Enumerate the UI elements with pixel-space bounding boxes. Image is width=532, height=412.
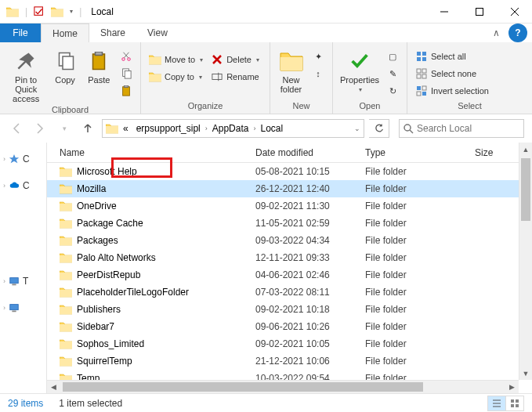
select-all-button[interactable]: Select all <box>414 49 490 64</box>
file-type: File folder <box>360 183 470 194</box>
copy-path-button[interactable] <box>118 66 134 81</box>
address-folder-icon <box>106 123 118 134</box>
file-tab[interactable]: File <box>0 23 41 42</box>
scroll-up-icon[interactable]: ▲ <box>519 143 532 156</box>
file-row[interactable]: PeerDistRepub04-06-2021 02:46File folder <box>47 266 532 284</box>
horizontal-scrollbar[interactable]: ◀ ▶ <box>47 380 519 393</box>
new-folder-icon <box>279 49 304 74</box>
file-row[interactable]: Sophos_Limited09-02-2021 10:05File folde… <box>47 335 532 352</box>
chevron-right-icon[interactable]: › <box>253 125 255 132</box>
new-folder-button[interactable]: New folder <box>277 45 306 94</box>
refresh-button[interactable] <box>369 119 389 138</box>
scroll-right-icon[interactable]: ▶ <box>505 381 519 393</box>
qat-folder2-icon[interactable] <box>51 6 63 17</box>
breadcrumb-seg2[interactable]: AppData <box>209 123 252 134</box>
forward-button[interactable] <box>31 119 50 138</box>
invert-selection-button[interactable]: Invert selection <box>414 83 490 99</box>
column-type[interactable]: Type <box>360 147 470 158</box>
address-bar[interactable]: « erpsupport_sipl › AppData › Local ⌄ <box>102 119 364 138</box>
cut-button[interactable] <box>118 49 134 64</box>
breadcrumb-ellipsis[interactable]: « <box>120 123 132 134</box>
folder-icon <box>60 287 72 298</box>
view-tab[interactable]: View <box>136 23 179 42</box>
pin-to-quick-access-button[interactable]: Pin to Quick access <box>6 45 45 103</box>
history-button[interactable]: ↻ <box>385 83 400 99</box>
minimize-button[interactable] <box>426 0 461 23</box>
file-row[interactable]: PlaceholderTileLogoFolder07-03-2022 08:1… <box>47 284 532 301</box>
paste-shortcut-button[interactable] <box>118 83 134 99</box>
folder-icon <box>60 356 72 367</box>
navpane-this-pc[interactable]: ›T <box>3 273 43 290</box>
file-type: File folder <box>360 287 470 298</box>
close-button[interactable] <box>497 0 532 23</box>
help-icon[interactable]: ? <box>508 23 527 42</box>
chevron-right-icon[interactable]: › <box>205 125 208 132</box>
file-row[interactable]: Publishers09-02-2021 10:18File folder <box>47 301 532 318</box>
file-date: 04-06-2021 02:46 <box>251 269 360 280</box>
pin-icon <box>13 49 38 74</box>
qat-divider2: | <box>79 6 81 17</box>
file-row[interactable]: SquirrelTemp21-12-2021 10:06File folder <box>47 352 532 370</box>
navpane-onedrive[interactable]: ›C <box>3 177 43 194</box>
home-tab[interactable]: Home <box>41 23 89 42</box>
file-name: SquirrelTemp <box>77 356 132 367</box>
file-row[interactable]: Palo Alto Networks12-11-2021 09:33File f… <box>47 249 532 266</box>
scroll-thumb[interactable] <box>521 158 530 221</box>
up-button[interactable] <box>78 119 97 138</box>
delete-button[interactable]: Delete▾ <box>209 52 261 67</box>
move-to-button[interactable]: Move to▾ <box>147 52 204 67</box>
copy-button[interactable]: Copy <box>50 45 79 85</box>
select-none-button[interactable]: Select none <box>414 66 490 81</box>
easy-access-icon: ↕ <box>312 67 324 80</box>
file-row[interactable]: OneDrive09-02-2021 11:30File folder <box>47 197 532 215</box>
navigation-pane[interactable]: ›C ›C ›T › <box>0 143 47 393</box>
breadcrumb-seg3[interactable]: Local <box>257 123 286 134</box>
column-name[interactable]: Name <box>55 147 251 158</box>
share-tab[interactable]: Share <box>89 23 136 42</box>
file-row[interactable]: Package Cache11-05-2021 02:59File folder <box>47 215 532 232</box>
search-box[interactable] <box>399 119 524 138</box>
file-row[interactable]: Sidebar709-06-2021 10:26File folder <box>47 318 532 335</box>
file-row[interactable]: Microsoft Help05-08-2021 10:15File folde… <box>47 163 532 180</box>
file-date: 26-12-2021 12:40 <box>251 183 360 194</box>
breadcrumb-seg1[interactable]: erpsupport_sipl <box>133 123 204 134</box>
cut-icon <box>120 50 132 63</box>
file-row[interactable]: Mozilla26-12-2021 12:40File folder <box>47 180 532 197</box>
column-date[interactable]: Date modified <box>251 147 360 158</box>
details-view-button[interactable] <box>487 396 506 411</box>
navpane-network[interactable]: › <box>3 299 43 316</box>
address-dropdown-icon[interactable]: ⌄ <box>354 125 360 132</box>
edit-button[interactable]: ✎ <box>385 66 400 81</box>
file-type: File folder <box>360 338 470 349</box>
qat-properties-icon[interactable] <box>34 6 45 17</box>
file-row[interactable]: Packages09-03-2022 04:34File folder <box>47 232 532 249</box>
vertical-scrollbar[interactable]: ▲ ▼ <box>519 143 532 380</box>
open-button[interactable]: ▢ <box>385 49 400 64</box>
hscroll-thumb[interactable] <box>63 382 423 392</box>
maximize-button[interactable] <box>461 0 497 23</box>
file-type: File folder <box>360 166 470 177</box>
folder-icon <box>60 304 72 315</box>
large-icons-view-button[interactable] <box>505 396 524 411</box>
qat-divider: | <box>25 6 27 17</box>
folder-icon <box>60 218 72 229</box>
scroll-left-icon[interactable]: ◀ <box>47 381 60 393</box>
column-size[interactable]: Size <box>470 147 517 158</box>
file-type: File folder <box>360 356 470 367</box>
scroll-down-icon[interactable]: ▼ <box>519 367 532 380</box>
qat-dropdown-icon[interactable]: ▾ <box>70 8 73 15</box>
navpane-quick-access[interactable]: ›C <box>3 150 43 168</box>
properties-button[interactable]: Properties ▾ <box>339 45 380 93</box>
search-input[interactable] <box>417 123 520 134</box>
svg-rect-24 <box>476 8 483 15</box>
recent-button[interactable]: ▾ <box>55 119 74 138</box>
collapse-ribbon-icon[interactable]: ∧ <box>487 23 505 42</box>
rename-button[interactable]: Rename <box>209 69 261 85</box>
folder-icon <box>60 338 72 349</box>
new-item-button[interactable]: ✦ <box>310 49 326 64</box>
copy-to-button[interactable]: Copy to▾ <box>147 69 204 85</box>
paste-button[interactable]: Paste <box>85 45 114 85</box>
cloud-icon <box>9 180 20 191</box>
back-button[interactable] <box>8 119 27 138</box>
easy-access-button[interactable]: ↕ <box>310 66 326 81</box>
